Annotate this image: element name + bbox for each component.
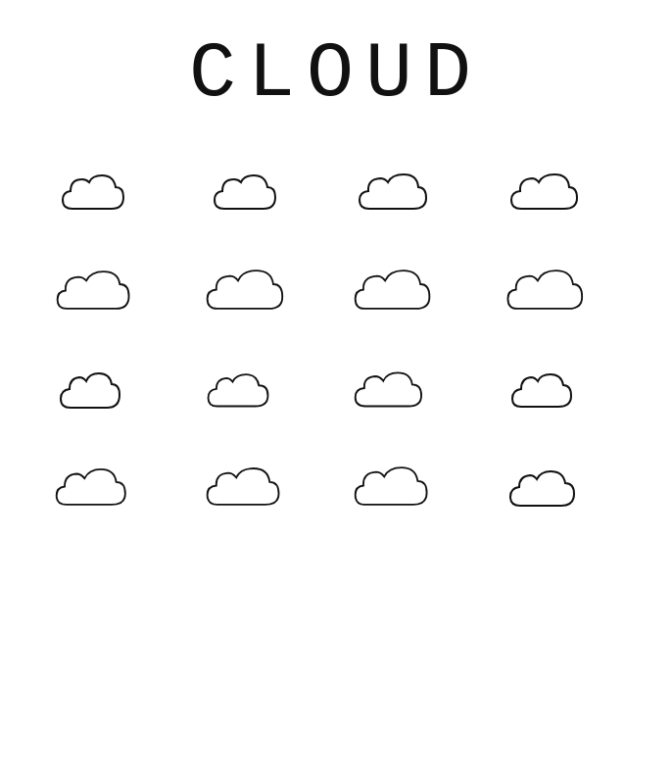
cloud-icon-11 <box>341 354 481 422</box>
cloud-grid <box>23 148 649 530</box>
cloud-icon-4 <box>491 158 631 226</box>
cloud-icon-13 <box>42 452 182 520</box>
cloud-icon-9 <box>42 354 182 422</box>
cloud-icon-5 <box>42 256 182 324</box>
cloud-icon-1 <box>42 158 182 226</box>
cloud-icon-12 <box>491 354 631 422</box>
cloud-icon-10 <box>192 354 332 422</box>
cloud-icon-8 <box>491 256 631 324</box>
cloud-icon-3 <box>341 158 481 226</box>
cloud-icon-16 <box>491 452 631 520</box>
cloud-icon-14 <box>192 452 332 520</box>
cloud-icon-15 <box>341 452 481 520</box>
cloud-icon-6 <box>192 256 332 324</box>
page-title: CLOUD <box>189 29 483 119</box>
cloud-icon-7 <box>341 256 481 324</box>
cloud-icon-2 <box>192 158 332 226</box>
